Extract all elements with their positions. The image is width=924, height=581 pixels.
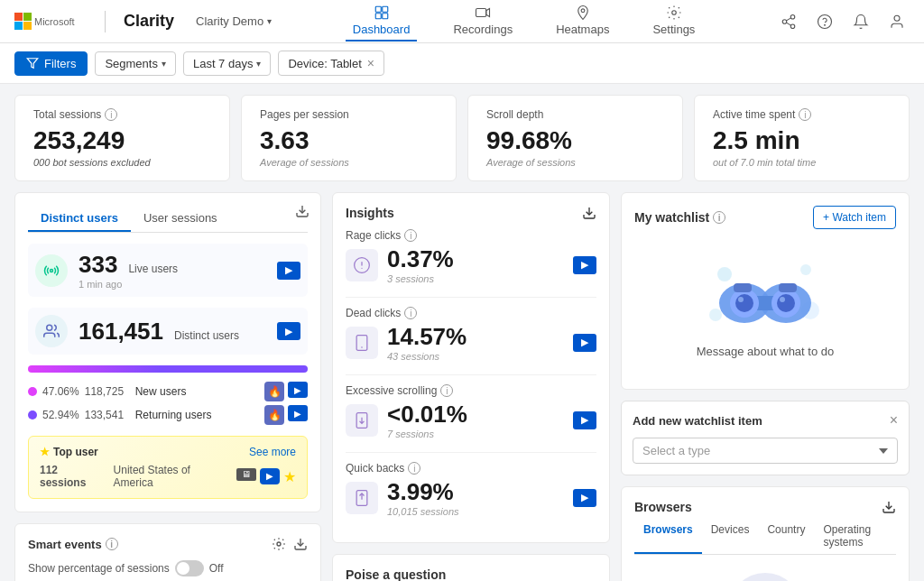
- top-user-location: United States of America: [114, 464, 227, 489]
- svg-rect-0: [14, 13, 23, 21]
- info-icon[interactable]: i: [713, 211, 725, 224]
- svg-rect-45: [734, 283, 752, 292]
- returning-users-heatmap-icon[interactable]: 🔥: [264, 405, 284, 425]
- nav-dashboard[interactable]: Dashboard: [346, 1, 418, 42]
- svg-point-32: [717, 267, 732, 281]
- download-icon[interactable]: [295, 204, 310, 221]
- watchlist-type-select[interactable]: Select a type: [633, 438, 898, 464]
- info-icon[interactable]: i: [106, 538, 118, 550]
- video-icon[interactable]: ▶: [277, 262, 300, 280]
- svg-point-19: [894, 15, 900, 21]
- new-users-video-icon[interactable]: ▶: [288, 382, 308, 398]
- chevron-down-icon: ▾: [162, 59, 166, 69]
- returning-users-dot: [28, 410, 37, 420]
- svg-rect-46: [779, 283, 797, 292]
- info-icon[interactable]: i: [404, 307, 417, 319]
- filters-button[interactable]: Filters: [14, 51, 88, 76]
- new-users-count: 118,725: [85, 385, 130, 398]
- rage-clicks-sessions: 3 sessions: [387, 273, 454, 284]
- user-legend: 47.06% 118,725 New users 🔥 ▶ 52.94% 133,…: [28, 382, 308, 425]
- users-card: Distinct users User sessions 333 Live us…: [14, 192, 321, 512]
- demo-selector[interactable]: Clarity Demo ▾: [196, 14, 272, 28]
- add-watchlist-title: Add new watchlist item: [633, 414, 762, 428]
- info-icon[interactable]: i: [404, 229, 417, 242]
- percentage-toggle[interactable]: [175, 560, 204, 576]
- rage-clicks-video-icon[interactable]: ▶: [573, 256, 596, 274]
- account-icon[interactable]: [884, 9, 910, 34]
- returning-users-pct: 52.94%: [42, 409, 79, 421]
- watch-item-button[interactable]: + Watch item: [813, 206, 896, 229]
- dead-clicks-item: Dead clicks i 14.57% 43 sessions ▶: [346, 307, 596, 362]
- info-icon[interactable]: i: [799, 108, 811, 121]
- microsoft-logo: Microsoft: [14, 13, 87, 31]
- info-icon[interactable]: i: [105, 108, 117, 121]
- svg-point-33: [800, 264, 811, 275]
- excessive-scrolling-icon: [346, 404, 378, 437]
- nav-settings[interactable]: Settings: [645, 1, 702, 42]
- tab-browsers[interactable]: Browsers: [634, 520, 702, 554]
- left-column: Distinct users User sessions 333 Live us…: [14, 192, 321, 581]
- user-split-bar: [28, 365, 308, 373]
- svg-point-18: [825, 24, 826, 25]
- live-users-sub: 1 min ago: [79, 279, 178, 290]
- nav-recordings[interactable]: Recordings: [446, 1, 520, 42]
- middle-column: Insights Rage clicks i 0.37% 3 sessions: [332, 192, 610, 581]
- poise-card: Poise a question: [332, 554, 610, 581]
- browsers-card: Browsers Browsers Devices Country Operat…: [621, 486, 910, 581]
- excessive-scrolling-video-icon[interactable]: ▶: [573, 411, 596, 429]
- top-user-sessions: 112 sessions: [40, 464, 105, 489]
- quick-backs-video-icon[interactable]: ▶: [573, 489, 596, 507]
- rage-clicks-item: Rage clicks i 0.37% 3 sessions ▶: [346, 229, 596, 284]
- new-users-heatmap-icon[interactable]: 🔥: [264, 382, 284, 401]
- returning-users-bar: [160, 365, 308, 373]
- tab-operating-systems[interactable]: Operating systems: [814, 520, 896, 554]
- top-user-video-icon[interactable]: ▶: [260, 468, 280, 484]
- info-icon[interactable]: i: [408, 462, 420, 475]
- remove-filter-icon[interactable]: ×: [367, 56, 374, 70]
- returning-users-video-icon[interactable]: ▶: [288, 405, 308, 421]
- tab-distinct-users[interactable]: Distinct users: [28, 206, 131, 232]
- svg-rect-5: [375, 6, 381, 12]
- total-sessions-sub: 000 bot sessions excluded: [33, 157, 211, 168]
- download-icon[interactable]: [293, 537, 308, 551]
- total-sessions-value: 253,249: [33, 126, 211, 155]
- metric-total-sessions: Total sessions i 253,249 000 bot session…: [14, 95, 230, 181]
- heatmaps-icon: [575, 5, 591, 21]
- share-icon[interactable]: [776, 9, 801, 34]
- returning-users-count: 133,541: [85, 409, 130, 421]
- returning-users-label: Returning users: [135, 409, 212, 421]
- close-watchlist-icon[interactable]: ×: [890, 412, 898, 429]
- users-tab-bar: Distinct users User sessions: [28, 206, 308, 233]
- new-users-legend: 47.06% 118,725 New users 🔥 ▶: [28, 382, 308, 401]
- gear-icon[interactable]: [272, 537, 286, 551]
- pages-per-session-value: 3.63: [260, 126, 438, 155]
- see-more-link[interactable]: See more: [249, 446, 296, 458]
- toggle-knob: [177, 562, 189, 575]
- tab-devices[interactable]: Devices: [702, 520, 759, 554]
- info-icon[interactable]: i: [440, 384, 453, 397]
- svg-point-11: [672, 11, 677, 15]
- insights-card: Insights Rage clicks i 0.37% 3 sessions: [332, 192, 610, 543]
- svg-text:Microsoft: Microsoft: [34, 16, 75, 27]
- logo-group: Microsoft Clarity: [14, 11, 181, 32]
- new-users-label: New users: [135, 385, 187, 398]
- browsers-title: Browsers: [634, 500, 692, 514]
- active-time-sub: out of 7.0 min total time: [713, 157, 891, 168]
- segments-dropdown[interactable]: Segments ▾: [95, 51, 176, 76]
- distinct-users-value: 161,451: [79, 318, 163, 346]
- download-icon[interactable]: [582, 206, 596, 220]
- help-icon[interactable]: [812, 9, 837, 34]
- download-icon[interactable]: [882, 500, 896, 514]
- tab-country[interactable]: Country: [758, 520, 814, 554]
- watchlist-card: My watchlist i + Watch item: [621, 192, 910, 390]
- video-icon[interactable]: ▶: [277, 322, 300, 340]
- date-dropdown[interactable]: Last 7 days ▾: [183, 51, 272, 76]
- tab-user-sessions[interactable]: User sessions: [131, 206, 230, 232]
- rage-clicks-value: 0.37%: [387, 245, 454, 273]
- nav-heatmaps[interactable]: Heatmaps: [549, 1, 616, 42]
- dead-clicks-video-icon[interactable]: ▶: [573, 334, 596, 352]
- main-nav: Dashboard Recordings Heatmaps Settings: [272, 1, 776, 42]
- device-filter-tag[interactable]: Device: Tablet ×: [278, 51, 384, 76]
- svg-point-42: [777, 294, 795, 312]
- notifications-icon[interactable]: [848, 9, 873, 34]
